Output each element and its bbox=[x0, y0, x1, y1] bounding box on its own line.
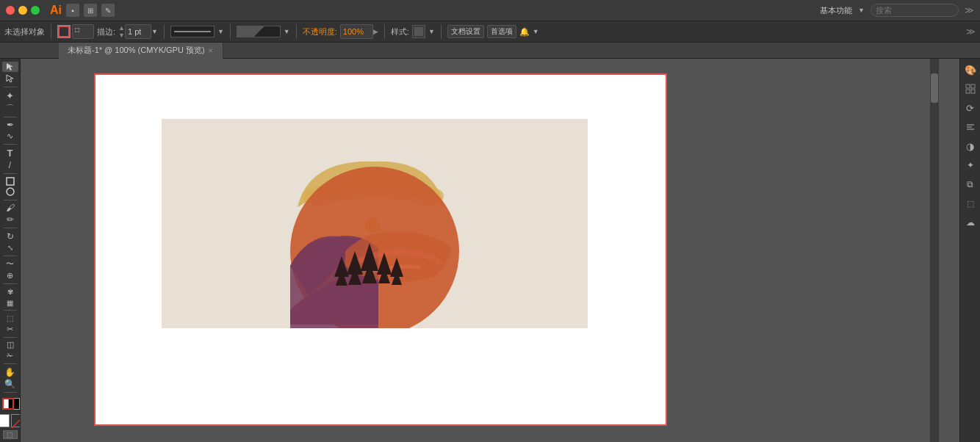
search-input[interactable] bbox=[871, 4, 959, 17]
tool-sep-10 bbox=[4, 337, 17, 338]
scrollbar-thumb[interactable] bbox=[931, 73, 938, 103]
align-panel-btn[interactable] bbox=[962, 119, 979, 135]
document-tab[interactable]: 未标题-1* @ 100% (CMYK/GPU 预览) ✕ bbox=[59, 43, 223, 59]
preset-arrow[interactable]: ▼ bbox=[858, 7, 865, 14]
stroke-preview bbox=[170, 26, 215, 37]
type-tool[interactable]: T bbox=[2, 148, 18, 159]
stroke-style-arrow[interactable]: ▼ bbox=[217, 28, 224, 35]
reshape-tool[interactable]: ⊕ bbox=[2, 271, 18, 280]
fill-style-arrow[interactable]: ▼ bbox=[284, 28, 290, 35]
stroke-value-input[interactable] bbox=[125, 24, 151, 39]
svg-rect-19 bbox=[383, 276, 386, 282]
tool-sep-12 bbox=[4, 392, 17, 393]
traffic-lights bbox=[6, 6, 40, 15]
grid-panel-btn[interactable] bbox=[962, 81, 979, 97]
tools-panel-btn[interactable]: ⬚ bbox=[3, 430, 18, 439]
opacity-control[interactable]: ▶ bbox=[340, 24, 378, 39]
warp-tool[interactable]: 〜 bbox=[2, 258, 18, 269]
layers-panel-btn[interactable]: ⧉ bbox=[962, 176, 979, 192]
scrollbar-vertical[interactable] bbox=[930, 59, 939, 442]
style-box[interactable] bbox=[412, 25, 425, 38]
color-pair-area bbox=[1, 398, 20, 409]
title-bar-right: 基本功能 ▼ ≫ bbox=[820, 4, 974, 17]
close-button[interactable] bbox=[6, 6, 15, 15]
libraries-panel-btn[interactable]: ☁ bbox=[962, 214, 979, 231]
no-fill-btn[interactable] bbox=[11, 414, 21, 427]
svg-rect-22 bbox=[395, 278, 398, 283]
svg-rect-13 bbox=[353, 276, 357, 283]
lasso-tool[interactable]: ⌒ bbox=[2, 103, 18, 114]
tab-close-icon[interactable]: ✕ bbox=[208, 47, 214, 54]
tile-icon[interactable]: ⊞ bbox=[84, 4, 97, 17]
scale-tool[interactable]: ⤡ bbox=[2, 243, 18, 253]
style-arrow[interactable]: ▼ bbox=[428, 28, 435, 35]
opacity-label: 不透明度: bbox=[303, 26, 337, 37]
style-label: 样式: bbox=[391, 26, 409, 37]
symbol-tool[interactable]: ✾ bbox=[2, 287, 18, 297]
svg-rect-24 bbox=[966, 84, 970, 88]
appearance-panel-btn[interactable]: ✦ bbox=[962, 157, 979, 173]
minimize-button[interactable] bbox=[18, 6, 27, 15]
panel-expand-icon[interactable]: ≫ bbox=[965, 5, 974, 15]
tool-sep-8 bbox=[4, 283, 17, 284]
hand-tool[interactable]: ✋ bbox=[2, 367, 18, 377]
scissors-tool[interactable]: ✁ bbox=[2, 351, 18, 361]
svg-rect-0 bbox=[7, 178, 14, 185]
color-overlay bbox=[2, 398, 14, 410]
preferences-btn[interactable]: 首选项 bbox=[487, 25, 516, 38]
canvas-area[interactable] bbox=[21, 59, 959, 442]
opacity-input[interactable] bbox=[340, 24, 373, 39]
artwork-svg bbox=[162, 119, 588, 328]
graph-tool[interactable]: ▦ bbox=[2, 298, 18, 308]
fill-color-btn[interactable] bbox=[0, 414, 10, 427]
stroke-type-select[interactable]: □ bbox=[72, 24, 94, 39]
tool-sep-7 bbox=[4, 256, 17, 256]
zoom-tool[interactable]: 🔍 bbox=[2, 379, 18, 389]
tool-sep-3 bbox=[4, 144, 17, 145]
artwork-background bbox=[162, 119, 588, 328]
eraser-tool[interactable]: ◫ bbox=[2, 340, 18, 349]
pen-tool[interactable]: ✒ bbox=[2, 120, 18, 130]
toolbar-expand-icon[interactable]: ≫ bbox=[966, 26, 976, 37]
brush-icon[interactable]: ✎ bbox=[101, 4, 115, 17]
tool-sep-5 bbox=[4, 200, 17, 200]
svg-rect-16 bbox=[367, 273, 372, 280]
rotate-tool[interactable]: ↻ bbox=[2, 231, 18, 242]
paintbrush-tool[interactable]: 🖌 bbox=[2, 203, 18, 213]
extra-arrow[interactable]: ▼ bbox=[533, 28, 539, 35]
line-tool[interactable]: / bbox=[2, 160, 18, 170]
curvature-tool[interactable]: ∿ bbox=[2, 131, 18, 141]
toolbar-sep-5 bbox=[384, 24, 385, 39]
toolbar-sep-2 bbox=[164, 24, 165, 39]
color-mode-area bbox=[0, 414, 21, 427]
extra-options-icon[interactable]: 🔔 bbox=[519, 27, 530, 37]
stroke-arrow[interactable]: ▼ bbox=[151, 28, 158, 35]
maximize-button[interactable] bbox=[31, 6, 40, 15]
svg-rect-10 bbox=[340, 278, 343, 284]
direct-select-tool[interactable] bbox=[2, 73, 18, 84]
artboard-tool[interactable]: ⬚ bbox=[2, 314, 18, 323]
right-panel: 🎨 ⟳ ◑ ✦ ⧉ ⬚ ☁ bbox=[959, 59, 980, 442]
transform-panel-btn[interactable]: ⟳ bbox=[962, 100, 979, 116]
color-panel-btn[interactable]: 🎨 bbox=[962, 62, 979, 78]
magic-wand-tool[interactable]: ✦ bbox=[2, 90, 18, 101]
tab-bar: 未标题-1* @ 100% (CMYK/GPU 预览) ✕ bbox=[0, 43, 980, 59]
slice-tool[interactable]: ✂ bbox=[2, 325, 18, 334]
rect-tool[interactable] bbox=[2, 176, 18, 186]
stroke-size-control[interactable]: ▲▼ ▼ bbox=[118, 24, 158, 39]
left-toolbar: ✦ ⌒ ✒ ∿ T / 🖌 ✏ ↻ ⤡ 〜 ⊕ ✾ ▦ ⬚ ✂ ◫ ✁ ✋ � bbox=[0, 59, 21, 442]
fill-box[interactable] bbox=[57, 25, 71, 38]
pencil-tool[interactable]: ✏ bbox=[2, 214, 18, 225]
ellipse-tool[interactable] bbox=[2, 187, 18, 197]
preset-label: 基本功能 bbox=[820, 5, 852, 16]
window-mode-icon[interactable]: ▪ bbox=[66, 4, 79, 17]
toolbar: 未选择对象 □ 描边: ▲▼ ▼ ▼ ▼ 不透明度: ▶ 样式: ▼ 文档设置 … bbox=[0, 21, 980, 43]
no-selection-label: 未选择对象 bbox=[4, 26, 45, 37]
doc-settings-btn[interactable]: 文档设置 bbox=[447, 25, 484, 38]
svg-rect-25 bbox=[971, 84, 975, 88]
stroke-line-visual bbox=[174, 31, 211, 32]
select-tool[interactable] bbox=[2, 62, 18, 72]
svg-rect-26 bbox=[966, 90, 970, 93]
artboards-panel-btn[interactable]: ⬚ bbox=[962, 195, 979, 211]
gradient-panel-btn[interactable]: ◑ bbox=[962, 138, 979, 154]
